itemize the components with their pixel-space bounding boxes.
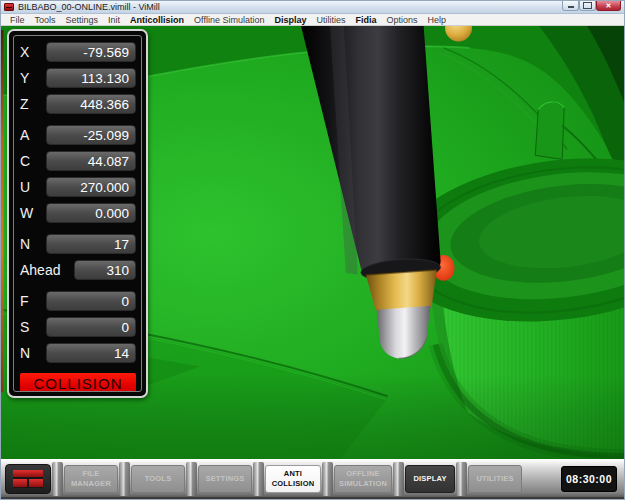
menu-settings[interactable]: Settings (61, 14, 104, 26)
menu-init[interactable]: Init (103, 14, 125, 26)
menu-offline-simulation[interactable]: Offline Simulation (189, 14, 269, 26)
toolbar-separator (52, 462, 63, 496)
program-label-n: N (20, 236, 40, 252)
feed-label-n: N (20, 345, 40, 361)
axis-value-c: 44.087 (46, 151, 136, 171)
offline-simulation-button[interactable]: OFFLINE SIMULATION (334, 465, 392, 493)
menu-help[interactable]: Help (423, 14, 452, 26)
axis-row-a: A -25.099 (20, 124, 136, 145)
program-row-ahead: Ahead 310 (20, 259, 136, 280)
toolbar-separator (456, 462, 467, 496)
window-title: BILBABO_00-ONLINE.vimill - ViMill (18, 1, 160, 14)
menu-anticollision[interactable]: Anticollision (125, 14, 189, 26)
axis-label-a: A (20, 127, 40, 143)
tool-collet-gold (366, 270, 437, 311)
axis-value-u: 270.000 (46, 177, 136, 197)
minimize-button[interactable] (562, 1, 579, 11)
menu-utilities[interactable]: Utilities (311, 14, 350, 26)
toolbar-separator (119, 462, 130, 496)
anti-collision-button[interactable]: ANTI COLLISION (265, 465, 321, 493)
menu-file[interactable]: File (5, 14, 30, 26)
feed-value-f: 0 (46, 291, 136, 311)
axis-label-w: W (20, 205, 40, 221)
program-group: N 17 Ahead 310 (20, 233, 136, 280)
axis-value-a: -25.099 (46, 125, 136, 145)
axis-row-w: W 0.000 (20, 202, 136, 223)
axis-group-acuw: A -25.099 C 44.087 U 270.000 W 0.000 (20, 124, 136, 223)
feed-label-s: S (20, 319, 40, 335)
tools-button[interactable]: TOOLS (131, 465, 185, 493)
menu-tools[interactable]: Tools (30, 14, 61, 26)
menubar: File Tools Settings Init Anticollision O… (1, 14, 624, 26)
axis-value-w: 0.000 (46, 203, 136, 223)
axis-group-xyz: X -79.569 Y 113.130 Z 448.366 (20, 41, 136, 114)
file-manager-button[interactable]: FILE MANAGER (64, 465, 118, 493)
program-value-n: 17 (46, 234, 136, 254)
menu-options[interactable]: Options (382, 14, 423, 26)
toolbar-separator (322, 462, 333, 496)
feed-row-f: F 0 (20, 290, 136, 311)
fidia-logo-button[interactable] (5, 464, 51, 494)
toolbar-separator (393, 462, 404, 496)
close-button[interactable]: ✕ (596, 1, 621, 11)
axis-row-c: C 44.087 (20, 150, 136, 171)
collision-banner: COLLISION (20, 373, 136, 392)
program-value-ahead: 310 (74, 260, 136, 280)
fidia-logo-icon (13, 470, 43, 488)
axis-readout-panel: X -79.569 Y 113.130 Z 448.366 A (7, 29, 148, 398)
axis-value-x: -79.569 (46, 42, 136, 62)
program-row-n: N 17 (20, 233, 136, 254)
bottom-toolbar: FILE MANAGER TOOLS SETTINGS ANTI COLLISI… (1, 459, 624, 499)
left-edge-object (1, 30, 3, 392)
axis-label-z: Z (20, 96, 40, 112)
clock-display: 08:30:00 (561, 466, 617, 492)
feed-value-s: 0 (46, 317, 136, 337)
axis-value-z: 448.366 (46, 94, 136, 114)
axis-label-u: U (20, 179, 40, 195)
program-label-ahead: Ahead (20, 262, 68, 278)
settings-button[interactable]: SETTINGS (198, 465, 252, 493)
app-logo-icon (4, 3, 14, 11)
vimill-window: BILBABO_00-ONLINE.vimill - ViMill ✕ File… (0, 0, 625, 500)
menu-display[interactable]: Display (269, 14, 311, 26)
titlebar[interactable]: BILBABO_00-ONLINE.vimill - ViMill ✕ (1, 1, 624, 14)
axis-label-x: X (20, 44, 40, 60)
maximize-button[interactable] (579, 1, 596, 11)
feed-group: F 0 S 0 N 14 (20, 290, 136, 363)
viewport-3d[interactable]: X -79.569 Y 113.130 Z 448.366 A (1, 26, 624, 459)
feed-row-n: N 14 (20, 342, 136, 363)
display-button[interactable]: DISPLAY (405, 465, 455, 493)
axis-row-x: X -79.569 (20, 41, 136, 62)
axis-readout-inner: X -79.569 Y 113.130 Z 448.366 A (13, 35, 142, 392)
menu-fidia[interactable]: Fidia (350, 14, 381, 26)
axis-label-y: Y (20, 70, 40, 86)
axis-label-c: C (20, 153, 40, 169)
axis-row-z: Z 448.366 (20, 93, 136, 114)
feed-value-n: 14 (46, 343, 136, 363)
toolbar-separator (186, 462, 197, 496)
axis-row-y: Y 113.130 (20, 67, 136, 88)
feed-row-s: S 0 (20, 316, 136, 337)
axis-row-u: U 270.000 (20, 176, 136, 197)
feed-label-f: F (20, 293, 40, 309)
utilities-button[interactable]: UTILITIES (468, 465, 522, 493)
toolbar-separator (253, 462, 264, 496)
axis-value-y: 113.130 (46, 68, 136, 88)
